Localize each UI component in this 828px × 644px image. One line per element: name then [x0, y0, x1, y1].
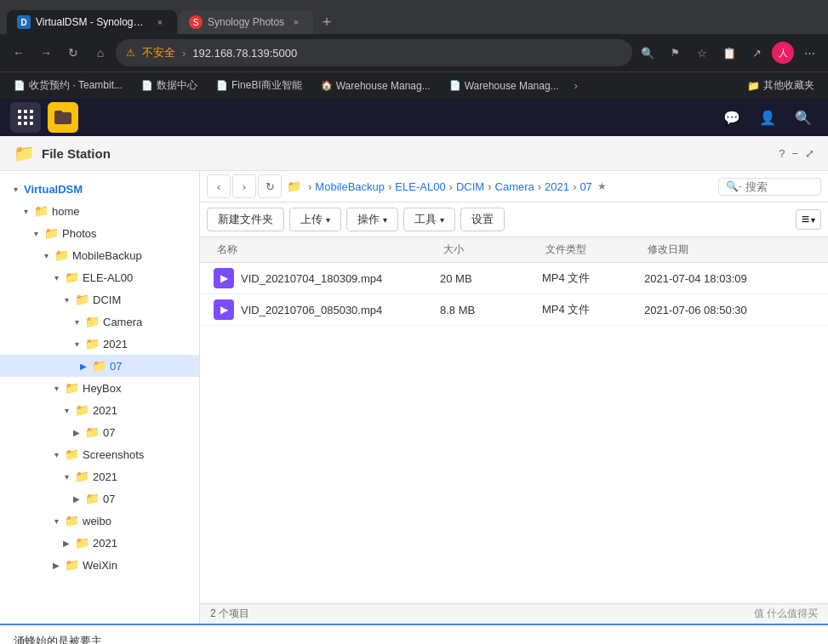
sidebar-arrow-virtualdsm: ▾	[7, 180, 24, 197]
dsm-app-menu-icon[interactable]	[10, 102, 41, 133]
sidebar-item-camera[interactable]: ▾ 📁 Camera	[0, 311, 199, 333]
path-sep-5: ›	[538, 180, 541, 193]
svg-rect-6	[18, 122, 21, 125]
action-btn-main[interactable]: 操作 ▾	[346, 208, 398, 231]
forward-button[interactable]: →	[34, 41, 58, 65]
help-btn[interactable]: ?	[779, 147, 785, 160]
path-forward-btn[interactable]: ›	[232, 174, 256, 198]
view-mode-btn[interactable]: ≡ ▾	[796, 209, 821, 230]
file-type-2: MP4 文件	[542, 302, 644, 317]
new-tab-button[interactable]: +	[315, 10, 339, 34]
sidebar-item-virtualdsm[interactable]: ▾ VirtualDSM	[0, 178, 199, 200]
col-size: 大小	[440, 241, 542, 259]
profile-avatar[interactable]: 人	[772, 42, 794, 64]
extension-icon-1[interactable]: ⚑	[663, 41, 687, 65]
sidebar-label-07: 07	[110, 360, 192, 373]
star-icon[interactable]: ★	[597, 180, 607, 192]
sidebar-arrow-weibo2021: ▶	[58, 534, 75, 551]
path-back-btn[interactable]: ‹	[207, 174, 231, 198]
address-bar[interactable]: ⚠ 不安全 › 192.168.78.139:5000	[116, 39, 632, 66]
sidebar-item-home[interactable]: ▾ 📁 home	[0, 200, 199, 222]
watermark: 值 什么值得买	[754, 607, 818, 621]
bookmark-item-4[interactable]: 🏠 Warehouse Manag...	[314, 78, 437, 94]
refresh-button[interactable]: ↻	[61, 41, 85, 65]
minimize-btn[interactable]: −	[791, 147, 798, 160]
sidebar-item-eleal00[interactable]: ▾ 📁 ELE-AL00	[0, 266, 199, 288]
dsm-filestation-icon[interactable]	[48, 102, 78, 133]
sidebar-item-heybox07[interactable]: ▶ 📁 07	[0, 421, 199, 443]
path-segment-camera[interactable]: Camera	[495, 180, 534, 193]
sidebar-item-heybox[interactable]: ▾ 📁 HeyBox	[0, 377, 199, 399]
upload-label: 上传	[300, 212, 323, 227]
share-icon[interactable]: ↗	[745, 41, 768, 65]
bookmark-item-3[interactable]: 📄 FineBI商业智能	[209, 77, 309, 94]
col-name: 名称	[214, 241, 440, 259]
dsm-window: 💬 👤 🔍 📁 File Station ? − ⤢ ▾	[0, 99, 828, 624]
bookmarks-folder-item[interactable]: 📁 其他收藏夹	[740, 77, 821, 94]
path-segment-07[interactable]: 07	[580, 180, 591, 193]
col-type: 文件类型	[542, 241, 644, 259]
path-segment-dcim[interactable]: DCIM	[456, 180, 484, 193]
dsm-message-btn[interactable]: 💬	[717, 103, 746, 132]
sidebar-item-weixin[interactable]: ▶ 📁 WeiXin	[0, 554, 199, 576]
table-row[interactable]: ▶ VID_20210704_180309.mp4 20 MB MP4 文件 2…	[200, 263, 828, 294]
tab-label-1: VirtualDSM - Synology VirtualDS...	[36, 16, 148, 28]
url-separator: ›	[182, 47, 186, 60]
path-segment-mobilebackup[interactable]: MobileBackup	[315, 180, 385, 193]
dsm-user-btn[interactable]: 👤	[753, 103, 782, 132]
sidebar-label-weibo: weibo	[83, 515, 192, 527]
file-thumb-icon-1: ▶	[220, 272, 228, 284]
sidebar-label-weixin: WeiXin	[83, 559, 192, 572]
tab-close-1[interactable]: ×	[153, 15, 167, 29]
sidebar-arrow-weibo: ▾	[48, 512, 65, 529]
bookmark-item-2[interactable]: 📄 数据中心	[134, 77, 204, 94]
back-button[interactable]: ←	[7, 41, 31, 65]
path-sep-3: ›	[449, 180, 453, 193]
sidebar-item-dcim[interactable]: ▾ 📁 DCIM	[0, 288, 199, 311]
sidebar-label-dcim: DCIM	[93, 294, 192, 306]
tab-close-2[interactable]: ×	[289, 15, 303, 29]
dsm-search-btn[interactable]: 🔍	[789, 103, 818, 132]
sidebar-folder-camera: 📁	[85, 315, 100, 328]
sidebar-item-photos[interactable]: ▾ 📁 Photos	[0, 222, 199, 244]
sidebar-label-eleal00: ELE-AL00	[83, 271, 192, 284]
tools-btn[interactable]: 工具 ▾	[403, 208, 455, 231]
sidebar-item-screenshots[interactable]: ▾ 📁 Screenshots	[0, 443, 199, 465]
bookmarks-more-btn[interactable]: ›	[571, 78, 581, 94]
svg-rect-7	[24, 122, 27, 125]
upload-btn[interactable]: 上传 ▾	[289, 208, 341, 231]
maximize-btn[interactable]: ⤢	[805, 147, 814, 160]
tab-virtualdsm[interactable]: D VirtualDSM - Synology VirtualDS... ×	[7, 10, 177, 34]
tab-photos[interactable]: S Synology Photos ×	[179, 10, 313, 34]
file-thumb-2: ▶	[214, 299, 234, 320]
search-toolbar-icon[interactable]: 🔍	[636, 41, 660, 65]
bookmark-icon[interactable]: ☆	[690, 41, 714, 65]
sidebar-item-mobilebackup[interactable]: ▾ 📁 MobileBackup	[0, 244, 199, 266]
tools-label: 工具	[414, 212, 437, 227]
view-mode-arrow: ▾	[811, 215, 815, 225]
path-segment-2021[interactable]: 2021	[545, 180, 569, 193]
sidebar-item-weibo[interactable]: ▾ 📁 weibo	[0, 510, 199, 532]
save-icon[interactable]: 📋	[717, 41, 741, 65]
sidebar-item-07[interactable]: ▶ 📁 07	[0, 355, 199, 377]
settings-btn[interactable]: 设置	[460, 208, 505, 231]
home-button[interactable]: ⌂	[89, 41, 112, 65]
path-sep-6: ›	[573, 180, 576, 193]
bookmark-item-1[interactable]: 📄 收货预约 · Teambit...	[7, 77, 129, 94]
search-input[interactable]	[745, 180, 814, 193]
sidebar-folder-mobilebackup: 📁	[54, 248, 69, 262]
new-folder-btn[interactable]: 新建文件夹	[207, 208, 284, 231]
path-segment-eleal00[interactable]: ELE-AL00	[395, 180, 445, 193]
sidebar-item-weibo2021[interactable]: ▶ 📁 2021	[0, 532, 199, 554]
bookmark-item-5[interactable]: 📄 Warehouse Manag...	[443, 78, 566, 94]
more-button[interactable]: ⋯	[797, 41, 821, 65]
sidebar-item-heybox2021[interactable]: ▾ 📁 2021	[0, 399, 199, 421]
sidebar-item-screenshots07[interactable]: ▶ 📁 07	[0, 487, 199, 510]
sidebar-item-2021[interactable]: ▾ 📁 2021	[0, 333, 199, 355]
bookmark-label-3: FineBI商业智能	[231, 78, 302, 93]
path-refresh-btn[interactable]: ↻	[258, 174, 282, 198]
table-row[interactable]: ▶ VID_20210706_085030.mp4 8.8 MB MP4 文件 …	[200, 294, 828, 326]
sidebar-item-screenshots2021[interactable]: ▾ 📁 2021	[0, 465, 199, 487]
path-sep-1: ›	[308, 180, 311, 193]
sidebar-folder-weixin: 📁	[65, 558, 79, 572]
